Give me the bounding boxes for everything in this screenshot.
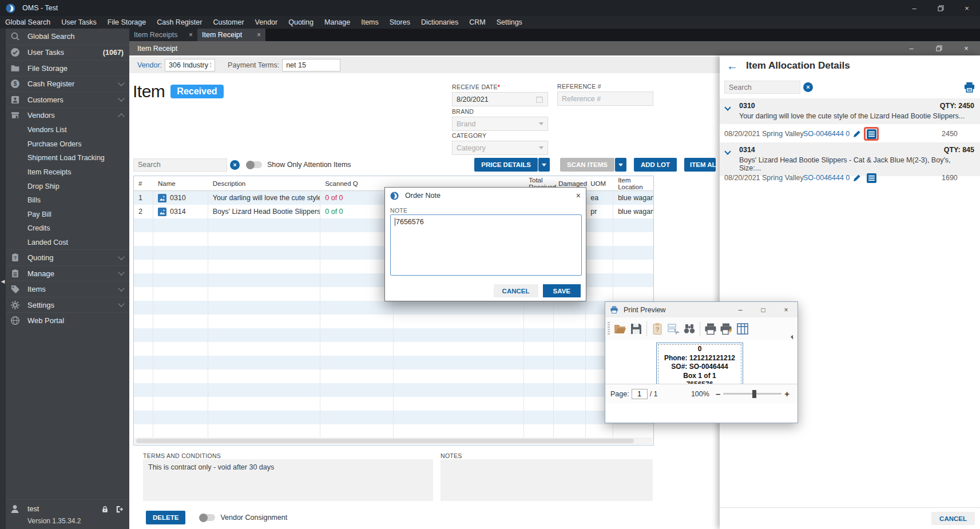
attention-items-toggle[interactable]	[247, 161, 262, 168]
save-icon[interactable]	[628, 321, 644, 337]
sidebar-subitem-landed-cost[interactable]: Landed Cost	[6, 236, 129, 250]
column-header-scanned-q[interactable]: Scanned Q	[320, 176, 394, 190]
open-file-icon[interactable]	[612, 321, 628, 337]
sidebar-item-web-portal[interactable]: Web Portal	[6, 312, 129, 328]
panel-minimize-icon[interactable]: –	[898, 41, 925, 55]
sidebar-item-file-storage[interactable]: File Storage	[6, 60, 129, 76]
so-number-link[interactable]: SO-0046444 0	[803, 130, 850, 138]
tab-close-icon[interactable]: ×	[189, 31, 193, 39]
allocation-cancel-button[interactable]: CANCEL	[931, 512, 975, 525]
receive-date-input[interactable]: 8/20/2021	[452, 92, 548, 106]
sidebar-item-customers[interactable]: Customers	[6, 92, 129, 108]
vendor-input[interactable]	[165, 59, 215, 71]
zoom-slider-handle[interactable]	[752, 390, 756, 398]
sidebar-item-manage[interactable]: Manage	[6, 265, 129, 281]
menu-item-user-tasks[interactable]: User Tasks	[61, 18, 97, 26]
sidebar-subitem-drop-ship[interactable]: Drop Ship	[6, 179, 129, 193]
sidebar-item-cash-register[interactable]: $Cash Register	[6, 76, 129, 92]
terms-textarea[interactable]: This is contract only - void after 30 da…	[143, 459, 433, 501]
item-allocation-button[interactable]: ITEM ALLO	[684, 158, 716, 172]
quick-print-icon[interactable]	[719, 321, 735, 337]
table-horizontal-scrollbar[interactable]	[134, 437, 653, 444]
note-icon-highlight-box[interactable]	[864, 127, 879, 141]
toolbar-overflow-icon[interactable]	[791, 335, 795, 340]
sidebar-subitem-bills[interactable]: Bills	[6, 193, 129, 208]
order-note-cancel-button[interactable]: CANCEL	[494, 284, 538, 297]
delete-button[interactable]: DELETE	[146, 511, 185, 524]
sidebar-subitem-purchase-orders[interactable]: Purchase Orders	[6, 137, 129, 152]
menu-item-file-storage[interactable]: File Storage	[108, 18, 146, 26]
allocation-row[interactable]: 08/20/2021 Spring ValleySO-0046444 01690	[720, 169, 980, 186]
notes-textarea[interactable]	[441, 459, 653, 501]
chevron-down-icon[interactable]	[724, 104, 731, 110]
column-header-#[interactable]: #	[134, 176, 153, 190]
logout-icon[interactable]	[115, 505, 124, 514]
column-header-uom[interactable]: UOM	[586, 176, 613, 190]
sidebar-item-quoting[interactable]: ?Quoting	[6, 249, 129, 265]
sidebar-item-global-search[interactable]: Global Search	[6, 29, 129, 45]
edit-pencil-icon[interactable]	[852, 173, 862, 182]
column-header-description[interactable]: Description	[208, 176, 320, 190]
edit-pencil-icon[interactable]	[852, 129, 862, 138]
pp-maximize-icon[interactable]: □	[752, 302, 775, 317]
pp-close-icon[interactable]: ×	[775, 302, 798, 317]
note-textarea[interactable]: 7656576	[390, 214, 582, 276]
clipboard-help-icon[interactable]: ?	[649, 321, 665, 337]
reference-input[interactable]: Reference #	[557, 92, 653, 106]
clear-search-icon[interactable]: ×	[230, 160, 240, 170]
minimize-icon[interactable]: –	[901, 0, 927, 16]
so-number-link[interactable]: SO-0046444 0	[803, 174, 850, 182]
menu-item-global-search[interactable]: Global Search	[5, 18, 50, 26]
allocation-row[interactable]: 08/20/2021 Spring ValleySO-0046444 02450	[720, 125, 980, 142]
menu-item-crm[interactable]: CRM	[469, 18, 485, 26]
menu-item-cash-register[interactable]: Cash Register	[157, 18, 202, 26]
scan-items-dropdown-button[interactable]	[615, 158, 626, 172]
menu-item-customer[interactable]: Customer	[213, 18, 244, 26]
panel-close-icon[interactable]: ×	[953, 41, 980, 55]
menu-item-items[interactable]: Items	[361, 18, 379, 26]
add-lot-button[interactable]: ADD LOT	[634, 158, 677, 172]
allocation-group[interactable]: 0310QTY: 2450Your darling will love the …	[720, 98, 980, 124]
menu-item-quoting[interactable]: Quoting	[288, 18, 314, 26]
scan-items-button[interactable]: SCAN ITEMS	[560, 158, 614, 172]
restore-icon[interactable]	[927, 0, 954, 16]
vendor-consignment-toggle[interactable]	[200, 514, 215, 521]
find-binoculars-icon[interactable]	[681, 321, 697, 337]
zoom-in-icon[interactable]: +	[781, 389, 792, 399]
sidebar-subitem-item-receipts[interactable]: Item Receipts	[6, 165, 129, 180]
lock-icon[interactable]	[101, 505, 109, 514]
toolbar-grip[interactable]	[608, 322, 610, 336]
sidebar-subitem-credits[interactable]: Credits	[6, 221, 129, 236]
close-icon[interactable]: ×	[954, 0, 980, 16]
category-select[interactable]: Category	[452, 141, 548, 155]
tab-item-receipts[interactable]: Item Receipts×	[129, 29, 197, 41]
print-icon[interactable]	[703, 321, 719, 337]
menu-item-settings[interactable]: Settings	[497, 18, 522, 26]
sidebar-subitem-vendors-list[interactable]: Vendors List	[6, 123, 129, 137]
column-header-name[interactable]: Name	[153, 176, 208, 190]
dialog-close-icon[interactable]: ×	[576, 191, 581, 200]
note-icon-box[interactable]	[864, 171, 879, 185]
menu-item-vendor[interactable]: Vendor	[255, 18, 278, 26]
sidebar-subitem-shipment-load-tracking[interactable]: Shipment Load Tracking	[6, 151, 129, 165]
menu-item-stores[interactable]: Stores	[390, 18, 410, 26]
order-note-save-button[interactable]: SAVE	[543, 284, 581, 297]
allocation-search-input[interactable]	[724, 81, 800, 94]
sidebar-collapse-icon[interactable]: ◀	[0, 279, 6, 284]
panel-restore-icon[interactable]	[925, 41, 953, 55]
page-select-icon[interactable]	[665, 321, 681, 337]
back-arrow-icon[interactable]: ←	[727, 60, 738, 71]
column-header-item-location[interactable]: Item Location	[613, 176, 653, 190]
table-grid-icon[interactable]	[735, 321, 751, 337]
print-icon[interactable]	[963, 81, 975, 93]
sidebar-item-user-tasks[interactable]: User Tasks(1067)	[6, 45, 129, 61]
payment-terms-input[interactable]	[282, 59, 340, 71]
price-details-button[interactable]: PRICE DETAILS	[474, 158, 538, 172]
menu-item-manage[interactable]: Manage	[324, 18, 350, 26]
price-details-dropdown-button[interactable]	[538, 158, 550, 172]
menu-item-dictionaries[interactable]: Dictionaries	[421, 18, 458, 26]
tab-item-receipt[interactable]: Item Receipt×	[197, 29, 265, 41]
brand-select[interactable]: Brand	[452, 117, 548, 131]
chevron-down-icon[interactable]	[724, 148, 731, 154]
allocation-clear-search-icon[interactable]: ×	[803, 82, 813, 92]
